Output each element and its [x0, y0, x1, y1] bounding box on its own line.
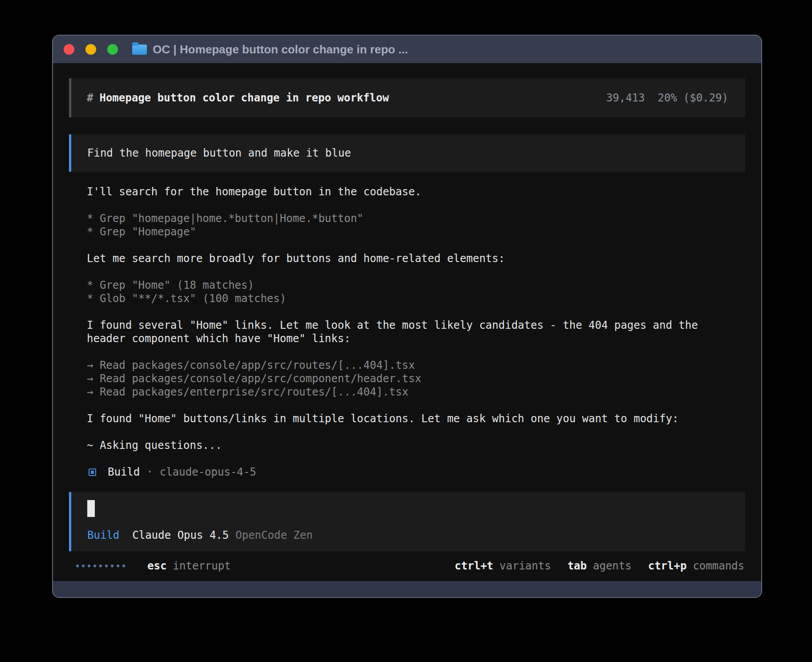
spinner-dot [93, 565, 96, 567]
window-footer [53, 581, 761, 597]
key-esc: esc [147, 560, 166, 572]
markdown-hash: # [87, 92, 93, 104]
assistant-text: I found several "Home" links. Let me loo… [87, 319, 719, 345]
minimize-button[interactable] [85, 44, 96, 55]
folder-icon [132, 44, 147, 55]
hint-variants: variants [499, 560, 551, 572]
hint-commands: commands [693, 560, 744, 572]
tool-call-glob: * Glob "**/*.tsx" (100 matches) [87, 292, 719, 305]
key-ctrl-t: ctrl+t [455, 560, 493, 572]
spinner-dot [99, 565, 102, 567]
tool-call-grep: * Grep "Homepage" [87, 225, 719, 238]
token-count: 39,413 [606, 92, 645, 104]
zoom-button[interactable] [107, 44, 118, 55]
assistant-text: I'll search for the homepage button in t… [87, 185, 719, 198]
build-agent-icon [89, 468, 96, 476]
tool-call-grep: * Grep "Home" (18 matches) [87, 279, 719, 292]
working-spinner [76, 565, 125, 567]
tool-call-grep: * Grep "homepage|home.*button|Home.*butt… [87, 212, 719, 225]
keybind-commands: ctrl+pcommands [648, 560, 744, 572]
session-header: #Homepage button color change in repo wo… [69, 78, 745, 117]
assistant-transcript: I'll search for the homepage button in t… [69, 185, 719, 479]
agent-separator: · [146, 466, 153, 478]
status-right: ctrl+tvariants tabagents ctrl+pcommands [438, 560, 744, 572]
assistant-text: Let me search more broadly for buttons a… [87, 252, 719, 265]
session-stats: 39,41320%($0.29) [606, 92, 728, 104]
user-message: Find the homepage button and make it blu… [69, 134, 745, 172]
session-view: #Homepage button color change in repo wo… [53, 63, 761, 581]
status-bar: esc interrupt ctrl+tvariants tabagents c… [69, 559, 745, 573]
spinner-dot [117, 565, 119, 567]
window-title: OC | Homepage button color change in rep… [153, 43, 408, 57]
spinner-dot [88, 565, 90, 567]
hint-interrupt: interrupt [173, 560, 231, 572]
key-ctrl-p: ctrl+p [648, 560, 687, 572]
agent-model: claude-opus-4-5 [160, 466, 256, 478]
spinner-dot [111, 565, 114, 567]
terminal-window: OC | Homepage button color change in rep… [52, 35, 762, 598]
titlebar[interactable]: OC | Homepage button color change in rep… [53, 36, 761, 63]
spinner-dot [122, 565, 125, 567]
session-title: Homepage button color change in repo wor… [99, 92, 389, 104]
spinner-dot [82, 565, 85, 567]
provider-name: OpenCode Zen [235, 529, 313, 541]
input-meta: BuildClaude Opus 4.5OpenCode Zen [87, 529, 729, 542]
session-title-line: #Homepage button color change in repo wo… [87, 92, 389, 104]
keybind-agents: tabagents [568, 560, 632, 572]
session-cost: ($0.29) [683, 92, 728, 104]
text-cursor [87, 500, 95, 517]
prompt-input[interactable]: BuildClaude Opus 4.5OpenCode Zen [69, 492, 745, 551]
keybind-variants: ctrl+tvariants [455, 560, 551, 572]
agent-mode-badge: Build [87, 529, 119, 541]
close-button[interactable] [64, 44, 74, 55]
hint-agents: agents [593, 560, 632, 572]
assistant-text: I found "Home" buttons/links in multiple… [87, 412, 719, 425]
agent-status-line: Build · claude-opus-4-5 [87, 465, 719, 479]
status-left: esc interrupt [76, 560, 231, 572]
traffic-lights [64, 44, 118, 55]
tool-call-read: → Read packages/console/app/src/routes/[… [87, 359, 719, 372]
tool-call-read: → Read packages/console/app/src/componen… [87, 372, 719, 385]
status-line-asking: ~ Asking questions... [87, 439, 719, 452]
model-name: Claude Opus 4.5 [132, 529, 229, 541]
tool-call-read: → Read packages/enterprise/src/routes/[.… [87, 385, 719, 399]
key-tab: tab [568, 560, 587, 572]
spinner-dot [105, 565, 108, 567]
context-percent: 20% [658, 92, 677, 104]
agent-name: Build [108, 466, 140, 478]
user-message-text: Find the homepage button and make it blu… [87, 147, 351, 159]
spinner-dot [76, 565, 79, 567]
